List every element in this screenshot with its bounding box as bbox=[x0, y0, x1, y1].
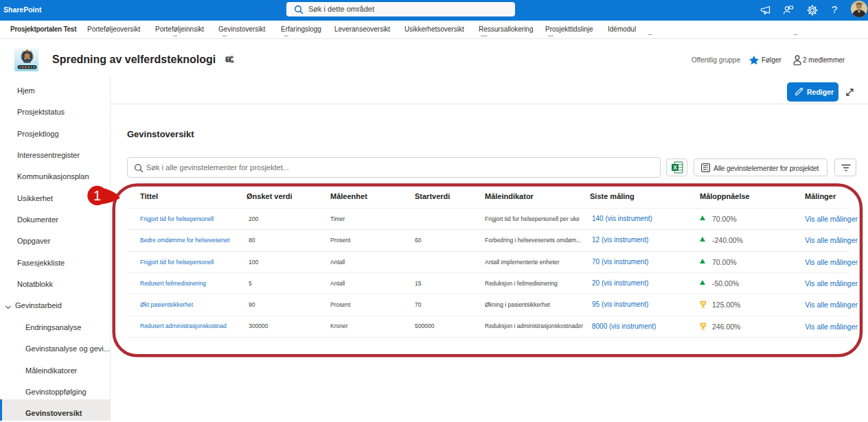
svg-text:T: T bbox=[227, 57, 230, 62]
svg-text:X: X bbox=[673, 164, 677, 171]
